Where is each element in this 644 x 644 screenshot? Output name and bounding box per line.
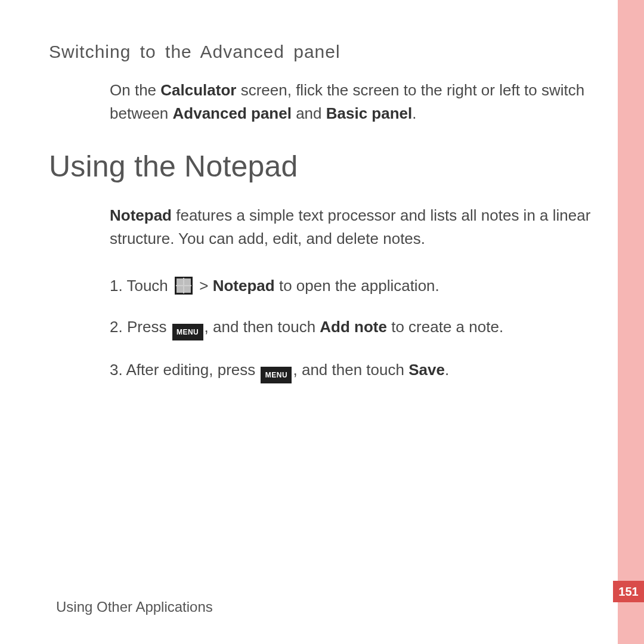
step-3: 3. After editing, press MENU, and then t…: [110, 358, 605, 383]
para-notepad-intro: Notepad features a simple text processor…: [110, 204, 605, 250]
page-number-badge: 151: [613, 581, 644, 602]
step-number: 1.: [110, 277, 126, 295]
text: .: [412, 104, 416, 122]
step-2: 2. Press MENU, and then touch Add note t…: [110, 315, 605, 340]
text: On the: [110, 81, 160, 99]
bold-calculator: Calculator: [160, 81, 236, 99]
text: Touch: [126, 277, 172, 295]
text: >: [195, 277, 213, 295]
para-calculator: On the Calculator screen, flick the scre…: [110, 79, 605, 125]
text: to create a note.: [387, 318, 503, 336]
text: features a simple text processor and lis…: [110, 206, 590, 247]
bold-basic-panel: Basic panel: [326, 104, 413, 122]
bold-add-note: Add note: [320, 318, 387, 336]
text: .: [445, 361, 449, 379]
bold-save: Save: [408, 361, 445, 379]
footer-chapter: Using Other Applications: [56, 599, 213, 615]
page-content: Switching to the Advanced panel On the C…: [49, 42, 605, 401]
menu-key-icon: MENU: [172, 324, 203, 340]
text: , and then touch: [205, 318, 320, 336]
step-number: 3.: [110, 361, 126, 379]
text: After editing, press: [126, 361, 259, 379]
text: and: [292, 104, 326, 122]
step-1: 1. Touch > Notepad to open the applicati…: [110, 274, 605, 298]
heading-using-notepad: Using the Notepad: [49, 149, 605, 184]
menu-key-icon: MENU: [261, 367, 292, 383]
apps-grid-icon: [175, 277, 193, 295]
step-number: 2.: [110, 318, 127, 336]
side-accent-bar: [618, 0, 644, 644]
bold-notepad-app: Notepad: [213, 277, 275, 295]
bold-advanced-panel: Advanced panel: [173, 104, 292, 122]
text: to open the application.: [275, 277, 439, 295]
subheading-switching: Switching to the Advanced panel: [49, 42, 605, 62]
text: Press: [127, 318, 171, 336]
bold-notepad: Notepad: [110, 206, 172, 224]
text: , and then touch: [293, 361, 408, 379]
